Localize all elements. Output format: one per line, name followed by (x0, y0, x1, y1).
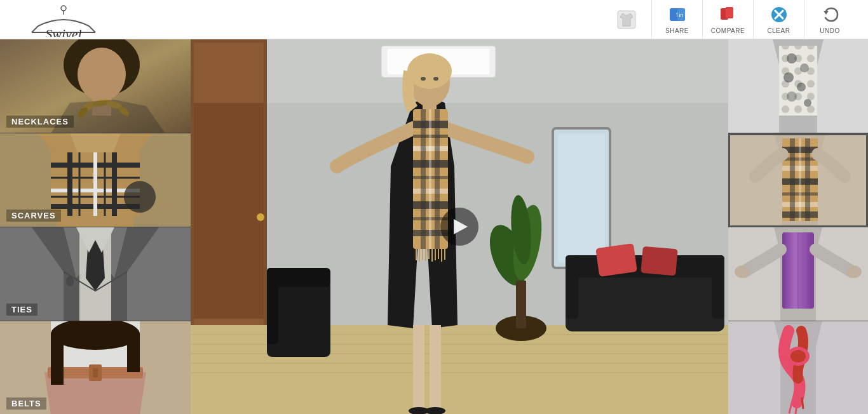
svg-point-154 (790, 350, 806, 363)
clear-icon (769, 4, 789, 25)
logo-svg: Swivel (25, 2, 102, 37)
play-button[interactable] (440, 208, 478, 246)
product-item-purple[interactable] (728, 227, 868, 321)
share-icon: f in (667, 4, 688, 25)
clear-label: CLEAR (768, 27, 790, 34)
clear-button[interactable]: CLEAR (754, 0, 804, 39)
svg-point-150 (735, 265, 750, 278)
product-item-pink[interactable] (728, 321, 868, 414)
svg-rect-128 (779, 46, 817, 116)
svg-rect-80 (566, 255, 578, 319)
svg-rect-72 (558, 133, 605, 263)
svg-line-3 (89, 26, 95, 32)
svg-point-64 (257, 213, 264, 221)
svg-rect-107 (421, 109, 426, 249)
sidebar-right (728, 39, 868, 414)
svg-point-0 (61, 6, 66, 11)
svg-rect-93 (430, 325, 441, 408)
svg-rect-63 (194, 103, 264, 319)
product-item-burberry[interactable] (728, 133, 868, 227)
header: Swivel f in SHARE (0, 0, 868, 39)
product-pink-bg (728, 321, 868, 414)
svg-rect-140 (799, 138, 801, 221)
product-purple-bg (728, 227, 868, 321)
sidebar-left: NECKLACES (0, 39, 191, 414)
compare-button[interactable]: COMPARE (703, 0, 754, 39)
logo: Swivel (13, 2, 114, 37)
svg-line-157 (802, 397, 803, 409)
sidebar-item-necklaces[interactable]: NECKLACES (0, 39, 191, 133)
main-content: NECKLACES (0, 39, 868, 414)
compare-label: COMPARE (711, 27, 745, 34)
scarves-label: SCARVES (6, 210, 61, 222)
shirt-icon (616, 10, 637, 30)
svg-line-156 (796, 403, 797, 414)
necklaces-label: NECKLACES (6, 116, 74, 128)
svg-text:in: in (679, 12, 683, 18)
sidebar-item-belts[interactable]: BELTS (0, 321, 191, 414)
product-burberry-bg (730, 135, 868, 227)
play-icon (454, 219, 468, 234)
svg-marker-16 (824, 11, 829, 15)
share-label: SHARE (665, 27, 689, 34)
share-button[interactable]: f in SHARE (652, 0, 703, 39)
svg-rect-82 (595, 243, 637, 277)
svg-line-2 (32, 26, 38, 32)
sidebar-item-ties[interactable]: TIES (0, 227, 191, 321)
product-skull-bg (728, 39, 868, 133)
svg-rect-109 (435, 109, 440, 249)
svg-point-91 (433, 77, 438, 81)
svg-rect-77 (516, 281, 526, 328)
svg-point-89 (407, 53, 452, 89)
svg-rect-141 (805, 138, 810, 221)
sidebar-item-scarves[interactable]: SCARVES (0, 133, 191, 227)
svg-point-151 (846, 265, 862, 278)
svg-rect-92 (413, 325, 424, 408)
undo-label: UNDO (820, 27, 839, 34)
svg-text:Swivel: Swivel (45, 26, 81, 37)
ties-label: TIES (6, 304, 37, 316)
svg-rect-108 (429, 109, 431, 249)
svg-point-90 (421, 77, 426, 81)
current-item-button[interactable] (601, 0, 652, 39)
video-area (191, 39, 728, 414)
belts-label: BELTS (6, 397, 46, 410)
product-item-skull[interactable] (728, 39, 868, 133)
svg-rect-12 (726, 7, 733, 18)
svg-rect-83 (641, 246, 677, 276)
compare-icon (718, 4, 738, 25)
undo-button[interactable]: UNDO (804, 0, 855, 39)
svg-rect-139 (790, 138, 795, 221)
svg-rect-81 (712, 255, 724, 319)
toolbar: f in SHARE COMPARE (601, 0, 855, 39)
svg-rect-86 (267, 268, 278, 344)
undo-icon (820, 4, 840, 25)
